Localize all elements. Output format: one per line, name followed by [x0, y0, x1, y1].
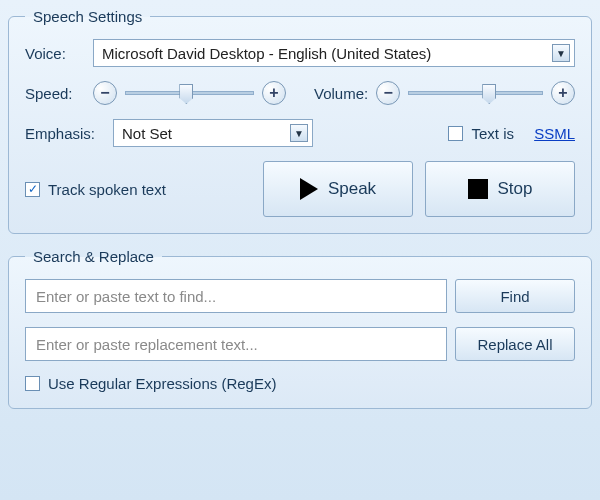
- volume-minus-button[interactable]: −: [376, 81, 400, 105]
- stop-button[interactable]: Stop: [425, 161, 575, 217]
- stop-icon: [468, 179, 488, 199]
- emphasis-label: Emphasis:: [25, 125, 105, 142]
- regex-label: Use Regular Expressions (RegEx): [48, 375, 276, 392]
- regex-checkbox[interactable]: [25, 376, 40, 391]
- text-is-label: Text is: [471, 125, 514, 142]
- find-placeholder: Enter or paste text to find...: [36, 288, 216, 305]
- search-replace-legend: Search & Replace: [25, 248, 162, 265]
- speed-minus-button[interactable]: −: [93, 81, 117, 105]
- voice-combobox[interactable]: Microsoft David Desktop - English (Unite…: [93, 39, 575, 67]
- speech-settings-legend: Speech Settings: [25, 8, 150, 25]
- voice-value: Microsoft David Desktop - English (Unite…: [102, 45, 552, 62]
- volume-plus-button[interactable]: +: [551, 81, 575, 105]
- play-icon: [300, 178, 318, 200]
- stop-button-label: Stop: [498, 179, 533, 199]
- chevron-down-icon[interactable]: ▼: [290, 124, 308, 142]
- speed-label: Speed:: [25, 85, 85, 102]
- ssml-link[interactable]: SSML: [534, 125, 575, 142]
- search-replace-group: Search & Replace Enter or paste text to …: [8, 248, 592, 409]
- speak-button[interactable]: Speak: [263, 161, 413, 217]
- volume-thumb[interactable]: [482, 84, 496, 104]
- track-label: Track spoken text: [48, 181, 166, 198]
- volume-track[interactable]: [408, 91, 543, 95]
- track-checkbox[interactable]: ✓: [25, 182, 40, 197]
- replace-all-button[interactable]: Replace All: [455, 327, 575, 361]
- speed-thumb[interactable]: [179, 84, 193, 104]
- speech-settings-group: Speech Settings Voice: Microsoft David D…: [8, 8, 592, 234]
- find-input[interactable]: Enter or paste text to find...: [25, 279, 447, 313]
- speed-track[interactable]: [125, 91, 254, 95]
- speed-slider[interactable]: − +: [93, 81, 286, 105]
- volume-label: Volume:: [314, 85, 368, 102]
- speed-plus-button[interactable]: +: [262, 81, 286, 105]
- replace-placeholder: Enter or paste replacement text...: [36, 336, 258, 353]
- chevron-down-icon[interactable]: ▼: [552, 44, 570, 62]
- replace-input[interactable]: Enter or paste replacement text...: [25, 327, 447, 361]
- volume-slider[interactable]: − +: [376, 81, 575, 105]
- ssml-checkbox[interactable]: [448, 126, 463, 141]
- voice-label: Voice:: [25, 45, 85, 62]
- emphasis-combobox[interactable]: Not Set ▼: [113, 119, 313, 147]
- speak-button-label: Speak: [328, 179, 376, 199]
- find-button[interactable]: Find: [455, 279, 575, 313]
- emphasis-value: Not Set: [122, 125, 290, 142]
